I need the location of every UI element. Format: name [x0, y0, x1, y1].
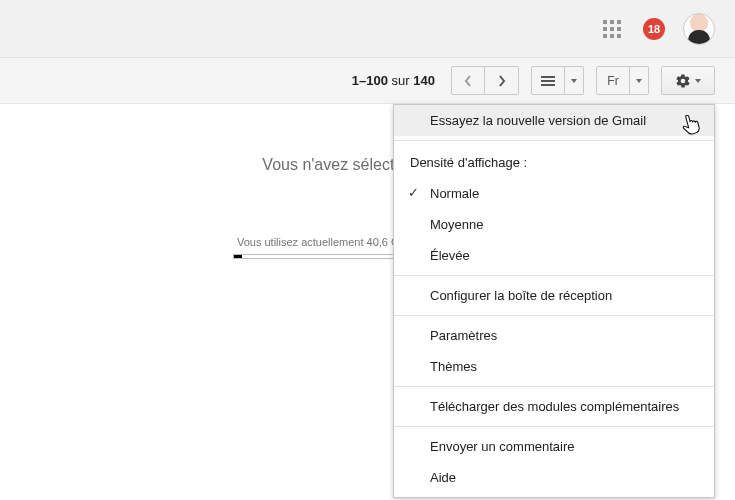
menu-item-settings[interactable]: Paramètres	[394, 320, 714, 351]
chevron-left-icon	[464, 75, 472, 87]
menu-separator	[394, 386, 714, 387]
svg-rect-2	[541, 84, 555, 86]
settings-button[interactable]	[661, 66, 715, 95]
menu-item-density-high[interactable]: Élevée	[394, 240, 714, 271]
notifications-badge[interactable]: 18	[643, 18, 665, 40]
split-pane-control	[531, 66, 584, 95]
prev-page-button[interactable]	[451, 66, 485, 95]
pagination-count: 1–100 sur 140	[352, 73, 435, 88]
chevron-right-icon	[498, 75, 506, 87]
menu-item-addons[interactable]: Télécharger des modules complémentaires	[394, 391, 714, 422]
menu-separator	[394, 140, 714, 141]
menu-separator	[394, 275, 714, 276]
menu-item-label: Normale	[430, 186, 479, 201]
language-label: Fr	[607, 74, 618, 88]
apps-icon[interactable]	[603, 20, 621, 38]
menu-item-configure-inbox[interactable]: Configurer la boîte de réception	[394, 280, 714, 311]
input-tools-control: Fr	[596, 66, 649, 95]
menu-separator	[394, 315, 714, 316]
chevron-down-icon	[636, 79, 642, 83]
gear-icon	[675, 73, 691, 89]
menu-item-themes[interactable]: Thèmes	[394, 351, 714, 382]
menu-density-header: Densité d'affichage :	[394, 145, 714, 178]
settings-menu: Essayez la nouvelle version de Gmail Den…	[393, 104, 715, 498]
input-tools-button[interactable]: Fr	[596, 66, 630, 95]
pagination-nav	[451, 66, 519, 95]
menu-item-density-normal[interactable]: ✓ Normale	[394, 178, 714, 209]
menu-item-help[interactable]: Aide	[394, 462, 714, 493]
avatar[interactable]	[683, 13, 715, 45]
chevron-down-icon	[695, 79, 701, 83]
menu-separator	[394, 426, 714, 427]
next-page-button[interactable]	[485, 66, 519, 95]
split-pane-button[interactable]	[531, 66, 565, 95]
check-icon: ✓	[408, 185, 419, 200]
storage-bar-fill	[234, 255, 242, 258]
svg-rect-0	[541, 76, 555, 78]
menu-item-feedback[interactable]: Envoyer un commentaire	[394, 431, 714, 462]
chevron-down-icon	[571, 79, 577, 83]
split-pane-dropdown-button[interactable]	[565, 66, 584, 95]
google-bar: 18	[0, 0, 735, 58]
list-icon	[541, 75, 555, 87]
svg-rect-1	[541, 80, 555, 82]
menu-item-density-medium[interactable]: Moyenne	[394, 209, 714, 240]
menu-item-try-new-gmail[interactable]: Essayez la nouvelle version de Gmail	[394, 105, 714, 136]
input-tools-dropdown-button[interactable]	[630, 66, 649, 95]
mail-toolbar: 1–100 sur 140 Fr	[0, 58, 735, 104]
